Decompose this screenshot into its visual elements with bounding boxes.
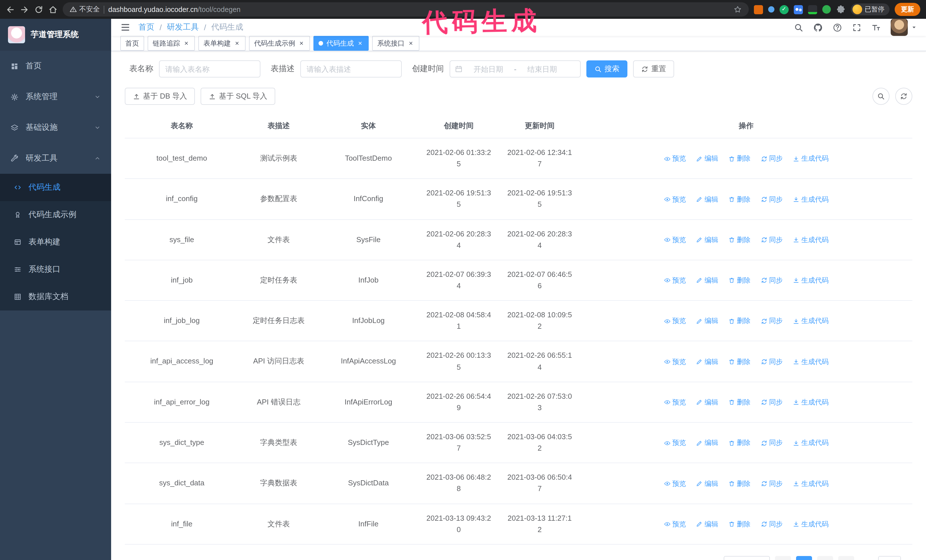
sidebar-item-system[interactable]: 系统管理 (0, 82, 111, 112)
extension-icon-blue-dot[interactable] (768, 6, 774, 12)
edit-link[interactable]: 编辑 (696, 397, 718, 408)
goto-page-input[interactable] (878, 556, 901, 560)
generate-code-link[interactable]: 生成代码 (793, 397, 829, 408)
generate-code-link[interactable]: 生成代码 (793, 356, 829, 367)
preview-link[interactable]: 预览 (664, 235, 686, 245)
delete-link[interactable]: 删除 (728, 154, 750, 164)
close-icon[interactable] (357, 40, 363, 47)
toggle-search-button[interactable] (872, 88, 890, 105)
edit-link[interactable]: 编辑 (696, 194, 718, 205)
date-range-picker[interactable]: - (449, 60, 581, 77)
delete-link[interactable]: 删除 (728, 235, 750, 245)
sync-link[interactable]: 同步 (761, 438, 783, 448)
extension-icon-tray[interactable] (808, 5, 817, 14)
import-sql-button[interactable]: 基于 SQL 导入 (201, 88, 275, 105)
close-icon[interactable] (298, 40, 305, 47)
prev-page-button[interactable] (775, 556, 791, 560)
tag-home[interactable]: 首页 (120, 36, 144, 51)
delete-link[interactable]: 删除 (728, 438, 750, 448)
fullscreen-icon[interactable] (852, 23, 862, 32)
preview-link[interactable]: 预览 (664, 478, 686, 489)
preview-link[interactable]: 预览 (664, 316, 686, 326)
address-bar[interactable]: 不安全 dashboard.yudao.iocoder.cn/tool/code… (63, 2, 749, 17)
generate-code-link[interactable]: 生成代码 (793, 194, 829, 205)
browser-update-button[interactable]: 更新 (895, 3, 920, 16)
sidebar-item-codegen[interactable]: 代码生成 (0, 174, 111, 201)
sync-link[interactable]: 同步 (761, 154, 783, 164)
generate-code-link[interactable]: 生成代码 (793, 316, 829, 326)
delete-link[interactable]: 删除 (728, 397, 750, 408)
table-name-input[interactable] (159, 60, 260, 77)
edit-link[interactable]: 编辑 (696, 478, 718, 489)
preview-link[interactable]: 预览 (664, 194, 686, 205)
bookmark-star-icon[interactable] (733, 5, 741, 14)
sync-link[interactable]: 同步 (761, 478, 783, 489)
user-menu[interactable] (891, 19, 917, 36)
preview-link[interactable]: 预览 (664, 154, 686, 164)
sync-link[interactable]: 同步 (761, 356, 783, 367)
edit-link[interactable]: 编辑 (696, 438, 718, 448)
sidebar-item-form-builder[interactable]: 表单构建 (0, 228, 111, 256)
generate-code-link[interactable]: 生成代码 (793, 235, 829, 245)
hamburger-icon[interactable] (120, 22, 130, 32)
table-desc-input[interactable] (300, 60, 402, 77)
refresh-table-button[interactable] (895, 88, 912, 105)
close-icon[interactable] (234, 40, 241, 47)
delete-link[interactable]: 删除 (728, 275, 750, 286)
close-icon[interactable] (183, 40, 190, 47)
sidebar-item-system-api[interactable]: 系统接口 (0, 256, 111, 283)
tag-codegen-example[interactable]: 代码生成示例 (249, 36, 310, 51)
sync-link[interactable]: 同步 (761, 316, 783, 326)
font-size-icon[interactable] (871, 23, 881, 32)
app-logo[interactable]: 芋道管理系统 (0, 19, 111, 51)
tag-system-api[interactable]: 系统接口 (372, 36, 419, 51)
generate-code-link[interactable]: 生成代码 (793, 438, 829, 448)
generate-code-link[interactable]: 生成代码 (793, 519, 829, 530)
reset-button[interactable]: 重置 (633, 60, 674, 77)
page-button-2[interactable]: 2 (817, 556, 833, 560)
home-icon[interactable] (48, 5, 57, 14)
back-icon[interactable] (6, 5, 15, 14)
help-icon[interactable] (832, 23, 842, 32)
preview-link[interactable]: 预览 (664, 356, 686, 367)
edit-link[interactable]: 编辑 (696, 519, 718, 530)
tag-codegen-active[interactable]: 代码生成 (313, 36, 369, 51)
browser-profile-chip[interactable]: 已暂停 (850, 3, 890, 15)
end-date-input[interactable] (519, 65, 566, 73)
breadcrumb-section[interactable]: 研发工具 (167, 22, 199, 32)
delete-link[interactable]: 删除 (728, 519, 750, 530)
github-icon[interactable] (813, 23, 823, 32)
edit-link[interactable]: 编辑 (696, 316, 718, 326)
delete-link[interactable]: 删除 (728, 194, 750, 205)
generate-code-link[interactable]: 生成代码 (793, 154, 829, 164)
sync-link[interactable]: 同步 (761, 194, 783, 205)
delete-link[interactable]: 删除 (728, 356, 750, 367)
sync-link[interactable]: 同步 (761, 235, 783, 245)
sidebar-item-codegen-example[interactable]: 代码生成示例 (0, 201, 111, 228)
extension-icon-leaf[interactable] (822, 5, 831, 14)
search-icon[interactable] (794, 23, 803, 32)
delete-link[interactable]: 删除 (728, 478, 750, 489)
reload-icon[interactable] (34, 5, 43, 14)
extension-icon-orange[interactable] (754, 5, 763, 14)
preview-link[interactable]: 预览 (664, 397, 686, 408)
puzzle-extensions-icon[interactable] (836, 5, 845, 14)
sync-link[interactable]: 同步 (761, 397, 783, 408)
edit-link[interactable]: 编辑 (696, 235, 718, 245)
edit-link[interactable]: 编辑 (696, 154, 718, 164)
start-date-input[interactable] (465, 65, 512, 73)
tag-form-builder[interactable]: 表单构建 (198, 36, 246, 51)
delete-link[interactable]: 删除 (728, 316, 750, 326)
sidebar-item-devtools[interactable]: 研发工具 (0, 143, 111, 174)
sync-link[interactable]: 同步 (761, 519, 783, 530)
search-button[interactable]: 搜索 (586, 60, 627, 77)
extension-icon-green-check[interactable] (779, 5, 788, 14)
next-page-button[interactable] (838, 556, 854, 560)
sidebar-item-db-doc[interactable]: 数据库文档 (0, 283, 111, 311)
security-indicator[interactable]: 不安全 (70, 5, 100, 14)
page-button-1[interactable]: 1 (796, 556, 812, 560)
edit-link[interactable]: 编辑 (696, 275, 718, 286)
extension-icon-people[interactable] (793, 5, 803, 14)
breadcrumb-home[interactable]: 首页 (138, 22, 154, 32)
close-icon[interactable] (407, 40, 414, 47)
